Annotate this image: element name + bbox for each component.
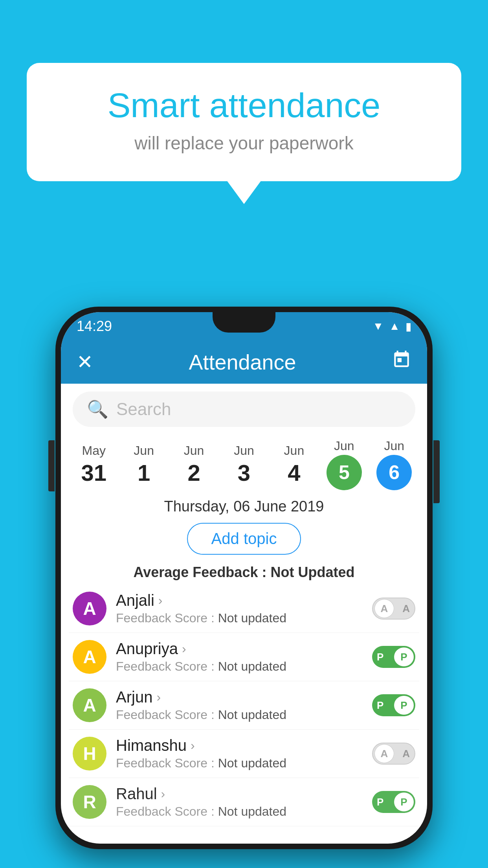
date-item[interactable]: Jun3 xyxy=(221,443,267,486)
student-info: Himanshu ›Feedback Score : Not updated xyxy=(116,737,363,771)
date-number: 5 xyxy=(327,455,362,490)
student-feedback: Feedback Score : Not updated xyxy=(116,756,363,771)
phone-container: 14:29 ▼ ▲ ▮ ✕ Attendance 🔍 xyxy=(55,307,433,849)
attendance-toggle[interactable]: PP xyxy=(372,646,415,668)
student-item[interactable]: AAnupriya ›Feedback Score : Not updatedP… xyxy=(69,633,419,681)
student-info: Arjun ›Feedback Score : Not updated xyxy=(116,688,363,722)
avatar: A xyxy=(73,640,106,674)
toggle-label: A xyxy=(402,603,410,615)
chevron-right-icon: › xyxy=(191,738,195,753)
student-name: Anjali › xyxy=(116,592,363,609)
avatar: A xyxy=(73,592,106,625)
student-feedback: Feedback Score : Not updated xyxy=(116,611,363,625)
toggle-knob: P xyxy=(394,793,414,811)
avg-feedback-label: Average Feedback : xyxy=(134,564,271,580)
date-number: 2 xyxy=(187,460,200,486)
student-name: Himanshu › xyxy=(116,737,363,754)
date-month: May xyxy=(82,443,105,458)
toggle-knob: P xyxy=(394,647,414,666)
status-icons: ▼ ▲ ▮ xyxy=(373,320,411,333)
toggle-knob: A xyxy=(374,599,394,618)
attendance-toggle[interactable]: AA xyxy=(372,598,415,620)
toggle-label: P xyxy=(377,651,383,663)
date-item[interactable]: Jun6 xyxy=(371,439,417,490)
app-bar-title: Attendance xyxy=(189,350,296,374)
avg-feedback: Average Feedback : Not Updated xyxy=(61,559,427,585)
avatar: H xyxy=(73,737,106,771)
date-item[interactable]: Jun4 xyxy=(271,443,317,486)
date-month: Jun xyxy=(334,439,354,453)
date-number: 6 xyxy=(376,455,412,490)
phone-notch xyxy=(213,312,275,333)
student-feedback: Feedback Score : Not updated xyxy=(116,804,363,819)
avatar: R xyxy=(73,785,106,819)
date-number: 4 xyxy=(288,460,300,486)
student-feedback: Feedback Score : Not updated xyxy=(116,659,363,674)
toggle-knob: A xyxy=(374,744,394,763)
speech-bubble: Smart attendance will replace your paper… xyxy=(27,63,461,181)
date-item[interactable]: Jun5 xyxy=(321,439,367,490)
date-month: Jun xyxy=(234,443,254,458)
phone-screen: 14:29 ▼ ▲ ▮ ✕ Attendance 🔍 xyxy=(61,312,427,844)
close-button[interactable]: ✕ xyxy=(77,351,93,373)
avg-feedback-value: Not Updated xyxy=(270,564,354,580)
search-input[interactable]: Search xyxy=(116,399,171,419)
date-month: Jun xyxy=(134,443,154,458)
student-info: Anupriya ›Feedback Score : Not updated xyxy=(116,640,363,674)
date-number: 1 xyxy=(138,460,150,486)
date-item[interactable]: Jun2 xyxy=(171,443,217,486)
toggle-label: A xyxy=(402,748,410,760)
app-bar: ✕ Attendance xyxy=(61,340,427,384)
add-topic-button[interactable]: Add topic xyxy=(187,523,301,555)
battery-icon: ▮ xyxy=(405,320,411,333)
student-name: Arjun › xyxy=(116,688,363,706)
student-feedback: Feedback Score : Not updated xyxy=(116,708,363,722)
date-row: May31Jun1Jun2Jun3Jun4Jun5Jun6 xyxy=(61,435,427,490)
chevron-right-icon: › xyxy=(161,787,165,801)
status-time: 14:29 xyxy=(77,318,112,335)
toggle-label: P xyxy=(377,796,383,808)
date-number: 31 xyxy=(81,460,106,486)
date-item[interactable]: Jun1 xyxy=(121,443,167,486)
search-bar[interactable]: 🔍 Search xyxy=(73,392,415,427)
attendance-toggle[interactable]: PP xyxy=(372,694,415,716)
toggle-label: P xyxy=(377,699,383,712)
chevron-right-icon: › xyxy=(156,690,161,704)
student-item[interactable]: AArjun ›Feedback Score : Not updatedPP xyxy=(69,681,419,730)
student-item[interactable]: AAnjali ›Feedback Score : Not updatedAA xyxy=(69,585,419,633)
attendance-toggle[interactable]: AA xyxy=(372,743,415,765)
date-month: Jun xyxy=(184,443,204,458)
phone-outer: 14:29 ▼ ▲ ▮ ✕ Attendance 🔍 xyxy=(55,307,433,849)
bubble-subtitle: will replace your paperwork xyxy=(58,132,430,154)
selected-date: Thursday, 06 June 2019 xyxy=(61,490,427,519)
chevron-right-icon: › xyxy=(158,593,163,608)
student-list: AAnjali ›Feedback Score : Not updatedAAA… xyxy=(61,585,427,826)
search-icon: 🔍 xyxy=(87,399,108,419)
wifi-icon: ▼ xyxy=(373,320,384,333)
bubble-title: Smart attendance xyxy=(58,86,430,125)
calendar-button[interactable] xyxy=(392,350,411,374)
student-name: Anupriya › xyxy=(116,640,363,658)
attendance-toggle[interactable]: PP xyxy=(372,791,415,813)
chevron-right-icon: › xyxy=(182,642,186,656)
date-item[interactable]: May31 xyxy=(71,443,117,486)
student-item[interactable]: RRahul ›Feedback Score : Not updatedPP xyxy=(69,778,419,826)
student-info: Rahul ›Feedback Score : Not updated xyxy=(116,785,363,819)
toggle-knob: P xyxy=(394,696,414,715)
student-name: Rahul › xyxy=(116,785,363,803)
date-number: 3 xyxy=(238,460,250,486)
date-month: Jun xyxy=(284,443,305,458)
signal-icon: ▲ xyxy=(389,320,400,333)
date-month: Jun xyxy=(384,439,404,453)
student-info: Anjali ›Feedback Score : Not updated xyxy=(116,592,363,625)
avatar: A xyxy=(73,688,106,722)
student-item[interactable]: HHimanshu ›Feedback Score : Not updatedA… xyxy=(69,730,419,778)
